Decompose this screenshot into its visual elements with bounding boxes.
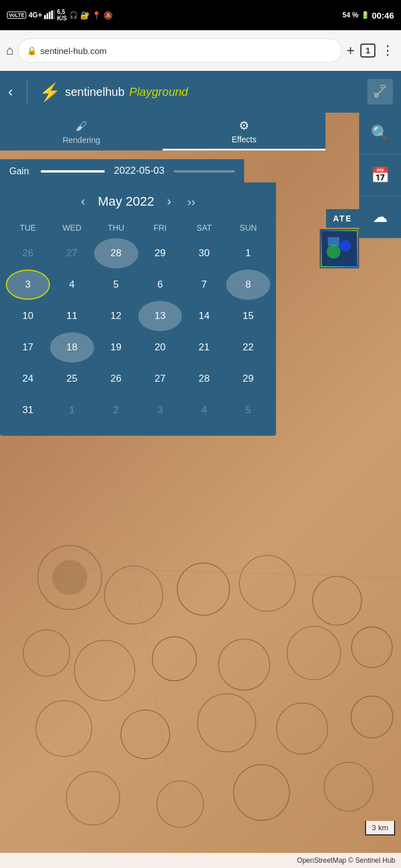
calendar-day[interactable]: 15	[226, 301, 270, 331]
calendar-row-1: 345678	[6, 270, 270, 300]
calendar-day[interactable]: 3	[6, 270, 50, 300]
prev-month-btn[interactable]: ‹	[77, 192, 88, 211]
dow-fri: FRI	[138, 221, 182, 235]
logo-playground-text: Playground	[129, 85, 188, 99]
calendar-day[interactable]: 29	[226, 364, 270, 394]
cloud-icon: ☁	[373, 208, 388, 226]
cloud-button[interactable]: ☁	[359, 196, 401, 238]
date-text: 2022-05-03	[114, 165, 164, 176]
calendar-day[interactable]: 14	[182, 301, 226, 331]
lock-icon: 🔒	[27, 46, 37, 55]
calendar-day[interactable]: 17	[6, 332, 50, 363]
calendar-day[interactable]: 31	[6, 395, 50, 425]
calendar-day[interactable]: 19	[94, 332, 138, 363]
calendar-day[interactable]: 25	[50, 364, 94, 394]
vpn-icon: 🔐	[80, 11, 89, 20]
url-text: sentinel-hub.com	[40, 46, 106, 56]
svg-point-28	[234, 765, 289, 820]
data-speed: 6,5K/S	[57, 9, 67, 21]
tab-rendering[interactable]: 🖌 Rendering	[0, 113, 163, 150]
calendar-button[interactable]: 📅	[359, 155, 401, 196]
calendar-day[interactable]: 4	[182, 395, 226, 425]
svg-rect-2	[49, 12, 51, 19]
tab-effects-label: Effects	[232, 135, 257, 144]
calendar-day[interactable]: 5	[226, 395, 270, 425]
add-tab-icon[interactable]: +	[346, 42, 355, 59]
calendar-day[interactable]: 30	[182, 238, 226, 268]
satellite-tools-button[interactable]	[367, 79, 393, 105]
calendar-day[interactable]: 7	[182, 270, 226, 300]
panel-tabs: 🖌 Rendering ⚙ Effects	[0, 113, 325, 150]
calendar-day[interactable]: 8	[226, 270, 270, 300]
browser-actions: + 1 ⋮	[346, 42, 395, 59]
calendar-day[interactable]: 13	[138, 301, 182, 331]
back-arrow-icon[interactable]: ‹	[8, 84, 13, 100]
svg-point-13	[239, 555, 295, 611]
scale-text: 3 km	[372, 823, 388, 832]
svg-point-22	[121, 710, 170, 759]
calendar-day[interactable]: 6	[138, 270, 182, 300]
calendar-day[interactable]: 4	[50, 270, 94, 300]
calendar-day[interactable]: 26	[6, 238, 50, 268]
ate-button[interactable]: ATE	[326, 209, 359, 228]
calendar-day[interactable]: 11	[50, 301, 94, 331]
dow-sun: SUN	[226, 221, 270, 235]
logo-text: sentinelhub	[65, 85, 124, 99]
main-content: 🖌 Rendering ⚙ Effects Gain 2022-05-03 🔍 …	[0, 113, 401, 868]
calendar-day[interactable]: 29	[138, 238, 182, 268]
calendar-row-3: 171819202122	[6, 332, 270, 363]
calendar-grid: TUE WED THU FRI SAT SUN 2627282930134567…	[6, 221, 270, 425]
svg-point-11	[105, 566, 163, 624]
svg-point-16	[74, 640, 135, 701]
next-year-btn[interactable]: ››	[184, 193, 198, 211]
calendar-day[interactable]: 24	[6, 364, 50, 394]
calendar-day[interactable]: 22	[226, 332, 270, 363]
logo-area: ⚡ sentinelhub Playground	[39, 82, 359, 102]
calendar-day[interactable]: 27	[138, 364, 182, 394]
calendar-day[interactable]: 2	[94, 395, 138, 425]
svg-line-31	[116, 461, 174, 810]
browser-menu-icon[interactable]: ⋮	[381, 43, 395, 58]
calendar-day[interactable]: 3	[138, 395, 182, 425]
dow-thu: THU	[94, 221, 138, 235]
home-icon[interactable]: ⌂	[6, 43, 13, 58]
calendar-day[interactable]: 28	[94, 238, 138, 268]
next-month-btn[interactable]: ›	[163, 192, 174, 211]
svg-point-33	[327, 245, 341, 259]
gain-label: Gain	[9, 166, 34, 177]
location-icon: 📍	[92, 11, 101, 20]
svg-point-10	[52, 560, 87, 595]
svg-point-26	[66, 772, 120, 825]
calendar-day[interactable]: 20	[138, 332, 182, 363]
calendar-day[interactable]: 1	[226, 238, 270, 268]
signal-bars	[44, 10, 55, 21]
url-bar[interactable]: 🔒 sentinel-hub.com	[18, 38, 342, 63]
date-badge: 2022-05-03	[105, 159, 174, 182]
calendar-day[interactable]: 26	[94, 364, 138, 394]
svg-point-18	[219, 639, 270, 690]
calendar-day[interactable]: 28	[182, 364, 226, 394]
tab-count[interactable]: 1	[360, 44, 375, 58]
tab-rendering-label: Rendering	[63, 135, 101, 145]
image-thumbnail[interactable]	[320, 229, 359, 268]
calendar-day[interactable]: 12	[94, 301, 138, 331]
calendar-day[interactable]: 1	[50, 395, 94, 425]
dow-sat: SAT	[182, 221, 226, 235]
status-left: VoLTE 4G+ 6,5K/S 🎧 🔐 📍 🔕	[7, 9, 113, 21]
calendar-day[interactable]: 27	[50, 238, 94, 268]
svg-point-29	[324, 762, 373, 811]
svg-point-25	[351, 696, 393, 738]
calendar-day[interactable]: 18	[50, 332, 94, 363]
scale-bar: 3 km	[365, 821, 395, 835]
headphones-icon: 🎧	[69, 11, 78, 19]
svg-rect-0	[44, 15, 46, 19]
calendar-day[interactable]: 10	[6, 301, 50, 331]
svg-point-17	[152, 637, 196, 681]
calendar-day[interactable]: 5	[94, 270, 138, 300]
tab-effects[interactable]: ⚙ Effects	[163, 113, 325, 150]
search-button[interactable]: 🔍	[359, 113, 401, 155]
calendar-day[interactable]: 21	[182, 332, 226, 363]
svg-rect-4	[53, 10, 55, 19]
svg-point-20	[352, 627, 392, 668]
attribution-text: OpenStreetMap © Sentinel Hub	[297, 856, 395, 865]
